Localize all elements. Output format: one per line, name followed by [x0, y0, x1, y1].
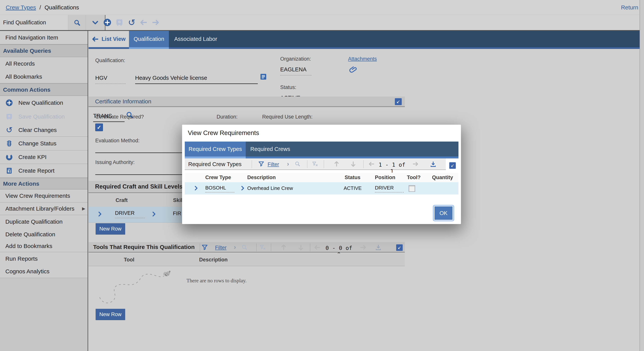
bee-path: [100, 274, 164, 303]
tool-column-header: Tool?: [407, 175, 420, 180]
dialog-title: View Crew Requirements: [188, 129, 259, 137]
tools-download-button: [375, 244, 382, 251]
tab-associated-labor[interactable]: Associated Labor: [169, 31, 222, 47]
crew-type-cell: BOSOHL: [205, 185, 234, 193]
sidebar-item-all-records[interactable]: All Records: [0, 57, 88, 70]
tabbar-strip: [88, 47, 640, 49]
dialog-previous-page-button: [368, 161, 375, 167]
sidebar-item-delete-qualification[interactable]: Delete Qualification: [0, 228, 88, 240]
arrow-right-icon: [412, 161, 418, 167]
clear-changes-button[interactable]: ↺: [127, 18, 136, 27]
breadcrumb-link-crew-types[interactable]: Crew Types: [6, 4, 36, 11]
craft-cell: DRIVER: [115, 210, 145, 218]
tool-column-header: Tool: [124, 257, 134, 263]
sidebar-item-duplicate-qualification[interactable]: Duplicate Qualification: [0, 215, 88, 228]
breadcrumb: Crew Types / Qualifications: [6, 4, 79, 11]
back-arrow-icon: [92, 36, 99, 43]
quantity-column-header: Quantity: [432, 175, 453, 180]
sidebar-item-run-reports[interactable]: Run Reports: [0, 252, 88, 265]
tab-list-view[interactable]: List View: [88, 31, 129, 47]
toolbar-divider: [307, 160, 308, 168]
sidebar-item-add-to-bookmarks[interactable]: Add to Bookmarks: [0, 240, 88, 252]
dialog-download-button[interactable]: [430, 161, 436, 168]
toolbar-divider: [256, 243, 257, 251]
tools-new-row-button[interactable]: New Row: [96, 309, 125, 320]
organization-label: Organization:: [280, 56, 311, 62]
filter-funnel-icon: [201, 244, 208, 251]
certificate-required-checkbox[interactable]: ✓: [95, 124, 103, 131]
undo-icon: ↺: [6, 125, 12, 135]
tools-move-down-button: [298, 244, 304, 251]
tools-filter-button[interactable]: [201, 244, 208, 251]
sidebar-item-label: Run Reports: [5, 255, 38, 262]
sidebar-item-cognos-analytics[interactable]: Cognos Analytics: [0, 265, 88, 278]
dialog-table-collapse-button[interactable]: ↙: [449, 162, 456, 169]
breadcrumb-bar: Crew Types / Qualifications Return: [0, 0, 644, 15]
skill-cell: FIR: [173, 211, 181, 217]
sidebar-item-label: Attachment Library/Folders: [5, 205, 74, 212]
craft-new-row-button[interactable]: New Row: [96, 223, 125, 235]
row-expand-chevron-icon[interactable]: [193, 185, 199, 191]
vertical-scrollbar[interactable]: [640, 0, 644, 351]
find-search-button[interactable]: [68, 15, 86, 30]
row-expand-chevron-icon[interactable]: [97, 211, 103, 217]
empty-state-doodle: [97, 268, 179, 306]
available-queries-title: Available Queries: [3, 48, 51, 54]
sidebar-item-new-qualification[interactable]: New Qualification: [0, 96, 88, 110]
attachments-link[interactable]: Attachments: [348, 56, 377, 62]
sidebar-item-view-crew-requirements[interactable]: View Crew Requirements: [0, 189, 88, 203]
find-qualification-input[interactable]: [0, 15, 68, 30]
plus-circle-icon: [103, 19, 111, 27]
clear-filter-icon: [312, 161, 318, 167]
attachments-paperclip-button[interactable]: [349, 66, 358, 74]
available-queries-header: Available Queries: [0, 45, 88, 57]
return-link[interactable]: Return: [621, 4, 638, 11]
sidebar-item-create-kpi[interactable]: Create KPI: [0, 151, 88, 164]
tools-filter-link[interactable]: Filter: [215, 245, 226, 251]
sidebar-item-label: Save Qualification: [18, 113, 65, 120]
tab-label: Associated Labor: [174, 36, 217, 42]
arrow-left-icon: [368, 161, 375, 167]
crew-type-column-header: Crew Type: [205, 175, 231, 180]
sidebar: Available Queries All Records All Bookma…: [0, 31, 88, 351]
sidebar-item-clear-changes[interactable]: ↺ Clear Changes: [0, 124, 88, 137]
tools-clear-filter-button: [259, 244, 266, 251]
tab-required-crews[interactable]: Required Crews: [246, 142, 296, 157]
app-window: Crew Types / Qualifications Return: [0, 0, 644, 351]
description-chevron-icon[interactable]: [240, 185, 246, 191]
filter-funnel-icon: [258, 161, 264, 167]
dialog-table-row[interactable]: BOSOHL Overhead Line Crew ACTIVE DRIVER: [185, 182, 458, 194]
paperclip-icon: [349, 65, 358, 75]
qualification-description-input[interactable]: Heavy Goods Vehicle license: [135, 71, 258, 84]
dialog-filter-link[interactable]: Filter: [268, 162, 279, 167]
breadcrumb-current: Qualifications: [44, 4, 79, 11]
sidebar-item-label: Delete Qualification: [5, 231, 55, 238]
certificate-information-section-bar: Certificate Information: [88, 97, 405, 107]
ok-button[interactable]: OK: [434, 206, 453, 220]
new-record-button[interactable]: [103, 18, 112, 27]
sidebar-item-label: New Qualification: [18, 100, 63, 106]
tab-required-crew-types[interactable]: Required Crew Types: [185, 142, 246, 157]
tools-section-collapse-button[interactable]: ↙: [396, 244, 403, 251]
sidebar-item-create-report[interactable]: Create Report: [0, 164, 88, 178]
tools-section-title: Tools That Require This Qualification: [88, 244, 194, 250]
arrow-right-icon: [152, 19, 160, 27]
ok-button-focus-ring: OK: [433, 205, 454, 221]
sidebar-item-label: Duplicate Qualification: [5, 218, 63, 225]
skill-lookup-chevron-icon[interactable]: [151, 211, 157, 217]
tools-search-button: [241, 244, 248, 250]
certificate-required-label: Certificate Required?: [95, 114, 144, 120]
find-navigation-row: [0, 31, 88, 45]
sidebar-item-all-bookmarks[interactable]: All Bookmarks: [0, 70, 88, 84]
dialog-filter-button[interactable]: [258, 161, 264, 167]
tab-qualification[interactable]: Qualification: [129, 31, 169, 47]
sidebar-item-attachment-library[interactable]: Attachment Library/Folders ▶: [0, 203, 88, 215]
sidebar-item-change-status[interactable]: Change Status: [0, 137, 88, 151]
find-navigation-input[interactable]: [0, 31, 88, 44]
required-use-length-label: Required Use Length:: [262, 114, 312, 120]
dialog-clear-filter-button: [312, 161, 318, 167]
find-options-button[interactable]: [86, 15, 105, 30]
tool-checkbox[interactable]: [409, 185, 415, 192]
certificate-section-collapse-button[interactable]: ↙: [395, 98, 402, 105]
long-description-button[interactable]: [260, 73, 267, 81]
